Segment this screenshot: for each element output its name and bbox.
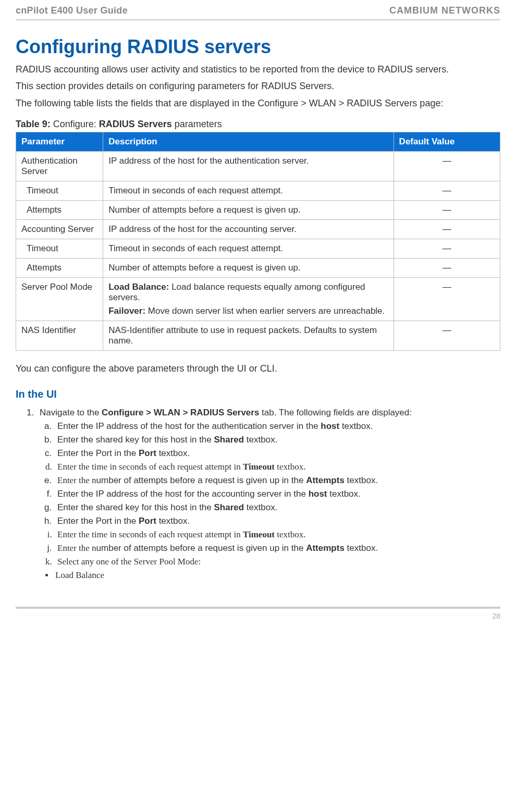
cell-default: —	[394, 151, 500, 181]
table-header-description: Description	[103, 132, 394, 151]
page-footer: 28	[16, 607, 500, 620]
section-title: Configuring RADIUS servers	[16, 36, 500, 58]
cell-description: Number of attempts before a request is g…	[103, 258, 394, 277]
step-1: Navigate to the Configure > WLAN > RADIU…	[36, 408, 500, 581]
cell-default: —	[394, 321, 500, 350]
cell-default: —	[394, 258, 500, 277]
cell-parameter: Accounting Server	[16, 219, 103, 239]
page-number: 28	[492, 612, 500, 620]
table-row: Authentication ServerIP address of the h…	[16, 151, 500, 181]
intro-paragraph-3: The following table lists the fields tha…	[16, 97, 500, 109]
cell-description: Number of attempts before a request is g…	[103, 200, 394, 219]
intro-paragraph-1: RADIUS accounting allows user activity a…	[16, 63, 500, 76]
cell-parameter: Attempts	[16, 200, 103, 219]
table-row: NAS IdentifierNAS-Identifier attribute t…	[16, 321, 500, 350]
table-caption-bold2: RADIUS Servers	[99, 119, 172, 129]
table-row: Accounting ServerIP address of the host …	[16, 219, 500, 239]
table-row: AttemptsNumber of attempts before a requ…	[16, 200, 500, 219]
cell-description: Timeout in seconds of each request attem…	[103, 181, 394, 200]
table-caption-number: Table 9:	[16, 119, 51, 129]
cell-description: IP address of the host for the accountin…	[103, 219, 394, 239]
cell-default: —	[394, 239, 500, 258]
cell-parameter: Attempts	[16, 258, 103, 277]
table-header-parameter: Parameter	[16, 132, 103, 151]
cell-description: NAS-Identifier attribute to use in reque…	[103, 321, 394, 350]
table-caption-suffix: parameters	[172, 119, 222, 129]
cell-parameter: Timeout	[16, 181, 103, 200]
cell-description: Timeout in seconds of each request attem…	[103, 239, 394, 258]
table-header-default: Default Value	[394, 132, 500, 151]
substep-item: Enter the time in seconds of each reques…	[54, 462, 500, 472]
table-caption-mid: Configure:	[51, 119, 99, 129]
substep-item: Enter the time in seconds of each reques…	[54, 530, 500, 540]
brand-name: CAMBIUM NETWORKS	[389, 5, 500, 16]
radius-parameters-table: Parameter Description Default Value Auth…	[16, 132, 500, 351]
cell-parameter: Timeout	[16, 239, 103, 258]
cell-parameter: NAS Identifier	[16, 321, 103, 350]
substeps-list: Enter the IP address of the host for the…	[40, 421, 500, 567]
substep-item: Enter the IP address of the host for the…	[54, 421, 500, 432]
substep-item: Enter the number of attempts before a re…	[54, 475, 500, 486]
substep-item: Enter the shared key for this host in th…	[54, 502, 500, 513]
table-row: TimeoutTimeout in seconds of each reques…	[16, 239, 500, 258]
cell-default: —	[394, 200, 500, 219]
substep-item: Enter the IP address of the host for the…	[54, 489, 500, 499]
step1-pre: Navigate to the	[40, 408, 102, 417]
cell-description: Load Balance: Load balance requests equa…	[103, 277, 394, 321]
step1-post: tab. The following fields are displayed:	[259, 408, 412, 417]
table-row: TimeoutTimeout in seconds of each reques…	[16, 181, 500, 200]
page-header: cnPilot E400 User Guide CAMBIUM NETWORKS	[16, 5, 500, 20]
cell-default: —	[394, 277, 500, 321]
cell-parameter: Authentication Server	[16, 151, 103, 181]
post-table-text: You can configure the above parameters t…	[16, 362, 500, 375]
substep-item: Enter the Port in the Port textbox.	[54, 448, 500, 459]
bullets-list: Load Balance	[40, 570, 500, 581]
doc-title: cnPilot E400 User Guide	[16, 5, 128, 16]
table-row: Server Pool ModeLoad Balance: Load balan…	[16, 277, 500, 321]
substep-item: Enter the Port in the Port textbox.	[54, 516, 500, 526]
cell-parameter: Server Pool Mode	[16, 277, 103, 321]
cell-description: IP address of the host for the authentic…	[103, 151, 394, 181]
table-caption: Table 9: Configure: RADIUS Servers param…	[16, 119, 500, 130]
intro-paragraph-2: This section provides details on configu…	[16, 80, 500, 92]
cell-default: —	[394, 219, 500, 239]
substep-item: Enter the number of attempts before a re…	[54, 543, 500, 553]
cell-default: —	[394, 181, 500, 200]
substep-item: Enter the shared key for this host in th…	[54, 435, 500, 445]
step1-bold: Configure > WLAN > RADIUS Servers	[102, 408, 259, 417]
table-row: AttemptsNumber of attempts before a requ…	[16, 258, 500, 277]
ui-heading: In the UI	[16, 388, 500, 400]
substep-item: Select any one of the Server Pool Mode:	[54, 557, 500, 567]
bullet-item: Load Balance	[54, 570, 500, 581]
steps-list: Navigate to the Configure > WLAN > RADIU…	[26, 408, 500, 581]
